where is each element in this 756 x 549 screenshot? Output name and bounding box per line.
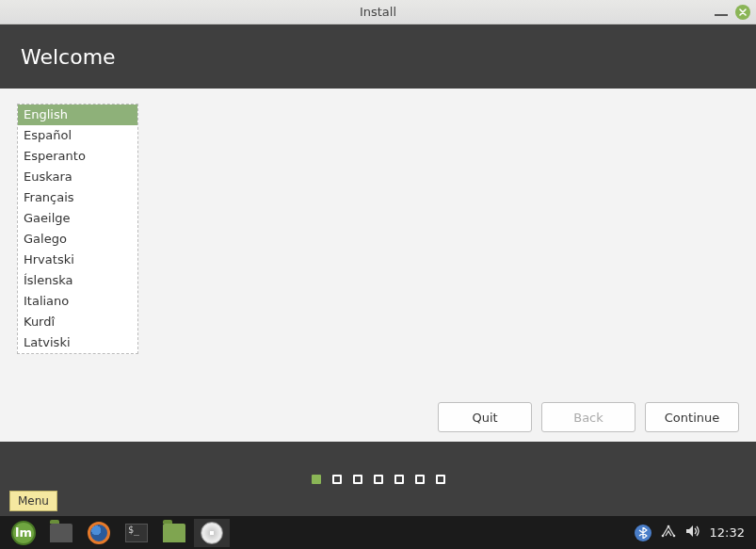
files-launcher[interactable] — [156, 519, 192, 547]
menu-tooltip: Menu — [9, 491, 57, 511]
network-tray[interactable] — [661, 525, 676, 541]
firefox-icon — [88, 522, 110, 544]
content-area: EnglishEspañolEsperantoEuskaraFrançaisGa… — [0, 89, 756, 442]
network-icon — [661, 525, 676, 538]
desktop-icon — [50, 524, 72, 542]
language-option[interactable]: English — [18, 105, 137, 125]
back-button: Back — [541, 402, 635, 432]
progress-dots — [0, 442, 756, 516]
volume-icon — [685, 525, 700, 538]
language-option[interactable]: Euskara — [18, 167, 137, 187]
window-title: Install — [0, 5, 756, 19]
terminal-icon: $_ — [125, 524, 148, 542]
close-button[interactable] — [735, 5, 750, 20]
menu-button[interactable]: lm — [6, 519, 41, 547]
terminal-launcher[interactable]: $_ — [119, 519, 154, 547]
language-option[interactable]: Español — [18, 125, 137, 146]
folder-icon — [163, 524, 185, 542]
language-option[interactable]: Galego — [18, 229, 137, 250]
continue-button[interactable]: Continue — [645, 402, 739, 432]
language-list[interactable]: EnglishEspañolEsperantoEuskaraFrançaisGa… — [17, 104, 138, 354]
progress-dot — [394, 475, 404, 484]
language-option[interactable]: Íslenska — [18, 270, 137, 291]
page-header: Welcome — [0, 24, 756, 89]
spacer — [17, 354, 739, 402]
svg-point-2 — [672, 534, 675, 537]
show-desktop-button[interactable] — [43, 519, 79, 547]
close-icon — [738, 8, 748, 17]
minimize-button[interactable] — [715, 14, 728, 16]
taskbar: lm $_ 12:32 — [0, 516, 756, 549]
language-option[interactable]: Esperanto — [18, 146, 137, 167]
progress-dot — [332, 475, 342, 484]
disc-icon — [201, 522, 223, 544]
taskbar-left: lm $_ — [6, 519, 230, 547]
progress-dot — [415, 475, 425, 484]
system-tray: 12:32 — [635, 525, 750, 541]
taskbar-app-install[interactable] — [194, 519, 230, 547]
language-option[interactable]: Hrvatski — [18, 250, 137, 270]
progress-dot — [374, 475, 383, 484]
window-controls — [715, 5, 750, 20]
language-option[interactable]: Italiano — [18, 291, 137, 312]
svg-point-1 — [667, 525, 669, 527]
progress-dot — [353, 475, 362, 484]
window-titlebar: Install — [0, 0, 756, 24]
progress-dot — [312, 475, 321, 484]
progress-dot — [436, 475, 445, 484]
firefox-launcher[interactable] — [81, 519, 117, 547]
button-row: Quit Back Continue — [17, 402, 739, 432]
language-option[interactable]: Kurdî — [18, 312, 137, 332]
volume-tray[interactable] — [685, 525, 700, 541]
svg-point-0 — [661, 534, 664, 537]
page-title: Welcome — [21, 45, 116, 69]
clock[interactable]: 12:32 — [710, 525, 745, 540]
language-option[interactable]: Latviski — [18, 332, 137, 353]
language-option[interactable]: Français — [18, 187, 137, 208]
bluetooth-icon — [638, 527, 648, 539]
bluetooth-tray[interactable] — [635, 525, 651, 541]
mint-logo-icon: lm — [11, 521, 36, 545]
language-option[interactable]: Gaeilge — [18, 208, 137, 229]
quit-button[interactable]: Quit — [438, 402, 532, 432]
